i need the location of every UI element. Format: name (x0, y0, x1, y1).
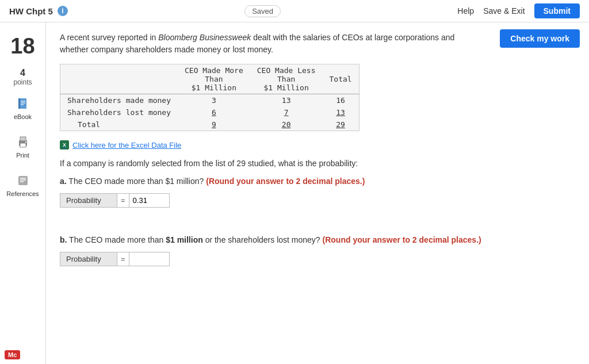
row-label-1: Shareholders lost money (60, 106, 178, 118)
cell-0-3: 16 (323, 94, 359, 107)
probability-input-a[interactable] (129, 193, 170, 208)
cell-2-3: 29 (323, 118, 359, 131)
part-a-text: The CEO made more than $1 million? (68, 177, 204, 186)
nav-right: Help Save & Exit Submit (457, 3, 580, 18)
table-header-1: CEO Made MoreThan$1 Million (178, 64, 250, 94)
sidebar: 18 4 points eBook (0, 22, 46, 364)
check-work-button[interactable]: Check my work (500, 29, 580, 48)
ebook-icon (15, 95, 31, 112)
cell-0-2: 13 (250, 94, 323, 107)
main-layout: 18 4 points eBook (0, 22, 589, 364)
content-area: Check my work A recent survey reported i… (46, 22, 589, 364)
table-row: Total 9 20 29 (60, 118, 359, 131)
part-a-label: a. (60, 177, 67, 186)
points-display: 4 points (13, 68, 32, 86)
points-label: points (13, 78, 32, 86)
hw-title: HW Chpt 5 (9, 6, 53, 16)
spacer (60, 211, 575, 234)
probability-label-a: Probability (60, 193, 117, 208)
excel-icon: X (60, 140, 69, 150)
probability-row-b: Probability = (60, 252, 575, 266)
part-b-question: b. The CEO made more than $1 million or … (60, 234, 575, 246)
ebook-button[interactable]: eBook (0, 91, 45, 125)
help-button[interactable]: Help (457, 6, 474, 16)
part-a-question: a. The CEO made more than $1 million? (R… (60, 175, 575, 187)
save-exit-button[interactable]: Save & Exit (483, 6, 525, 16)
mc-badge: Mc (5, 350, 20, 359)
part-b-text2: or the shareholders lost money? (203, 235, 320, 244)
cell-1-2: 7 (250, 106, 323, 118)
nav-left: HW Chpt 5 i (9, 6, 68, 16)
references-label: References (6, 190, 39, 197)
excel-link[interactable]: X Click here for the Excel Data File (60, 140, 575, 150)
svg-rect-7 (20, 143, 26, 147)
saved-badge: Saved (244, 5, 281, 17)
points-value: 4 (13, 68, 32, 78)
table-row: Shareholders lost money 6 7 13 (60, 106, 359, 118)
part-b-highlight: (Round your answer to 2 decimal places.) (323, 235, 481, 244)
row-label-0: Shareholders made money (60, 94, 178, 107)
print-button[interactable]: Print (0, 129, 45, 163)
probability-row-a: Probability = (60, 193, 575, 208)
top-navigation: HW Chpt 5 i Saved Help Save & Exit Submi… (0, 0, 589, 22)
info-icon[interactable]: i (58, 6, 68, 16)
cell-0-1: 3 (178, 94, 250, 107)
cell-1-3: 13 (323, 106, 359, 118)
random-select-text: If a company is randomly selected from t… (60, 158, 575, 170)
part-b-bold: $1 million (166, 235, 203, 244)
row-label-2: Total (60, 118, 178, 131)
print-label: Print (16, 152, 29, 159)
table-header-2: CEO Made LessThan$1 Million (250, 64, 323, 94)
ebook-label: eBook (14, 113, 32, 120)
references-button[interactable]: References (0, 168, 45, 202)
svg-rect-6 (20, 137, 26, 141)
saved-status: Saved (244, 6, 281, 16)
part-b-text: The CEO made more than (69, 235, 166, 244)
print-icon (15, 134, 31, 150)
cell-1-1: 6 (178, 106, 250, 118)
svg-rect-8 (25, 141, 26, 143)
probability-input-b[interactable] (129, 252, 170, 266)
cell-2-2: 20 (250, 118, 323, 131)
question-intro: A recent survey reported in Bloomberg Bu… (60, 32, 575, 56)
table-row: Shareholders made money 3 13 16 (60, 94, 359, 107)
equals-sign-b: = (117, 252, 129, 266)
submit-button[interactable]: Submit (534, 3, 580, 18)
equals-sign-a: = (117, 193, 129, 208)
question-number: 18 (10, 29, 35, 63)
intro-text: A recent survey reported in (60, 33, 158, 42)
part-a-highlight: (Round your answer to 2 decimal places.) (206, 177, 365, 186)
svg-rect-1 (18, 98, 20, 109)
svg-rect-9 (18, 176, 28, 185)
excel-link-label: Click here for the Excel Data File (72, 141, 181, 150)
publication-name: Bloomberg Businessweek (158, 33, 251, 42)
table-header-0 (60, 64, 178, 94)
table-header-3: Total (323, 64, 359, 94)
probability-label-b: Probability (60, 252, 117, 266)
part-b-label: b. (60, 235, 67, 244)
cell-2-1: 9 (178, 118, 250, 131)
references-icon (15, 173, 31, 189)
data-table: CEO Made MoreThan$1 Million CEO Made Les… (60, 64, 359, 131)
